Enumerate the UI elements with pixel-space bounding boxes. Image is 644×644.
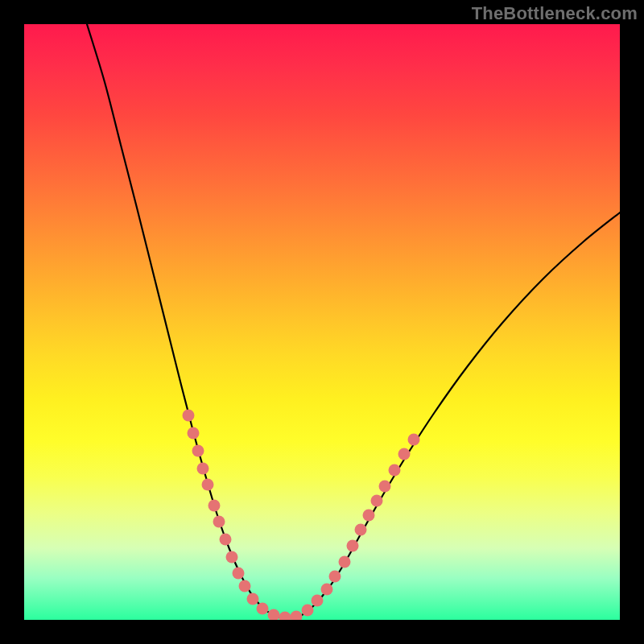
marker-point	[220, 534, 232, 546]
marker-point	[347, 540, 359, 552]
marker-point	[302, 605, 314, 617]
marker-point	[188, 427, 200, 440]
marker-point	[321, 584, 333, 596]
marker-point	[247, 593, 259, 605]
marker-point	[268, 609, 280, 621]
plot-area	[24, 24, 620, 620]
marker-point	[192, 445, 204, 457]
marker-point	[389, 464, 401, 477]
marker-point	[329, 571, 341, 583]
marker-point	[226, 551, 238, 564]
marker-point	[197, 463, 209, 475]
chart-svg	[24, 24, 620, 620]
marker-point	[398, 448, 411, 460]
marker-point	[233, 568, 245, 580]
marker-point	[239, 580, 251, 592]
marker-point	[208, 500, 221, 512]
marker-point	[257, 603, 269, 615]
chart-frame: TheBottleneck.com	[0, 0, 644, 644]
marker-point	[291, 611, 303, 621]
marker-point	[379, 481, 391, 493]
marker-point	[213, 516, 225, 528]
marker-point	[339, 556, 351, 568]
watermark-text: TheBottleneck.com	[472, 3, 638, 24]
bottleneck-curve-line	[87, 24, 620, 618]
marker-point	[371, 495, 383, 507]
marker-point	[355, 524, 367, 536]
marker-point	[202, 479, 214, 491]
marker-point	[408, 434, 420, 446]
marker-point	[312, 595, 324, 607]
marker-point	[183, 410, 195, 422]
marker-point	[363, 510, 375, 522]
marker-point	[279, 612, 291, 621]
